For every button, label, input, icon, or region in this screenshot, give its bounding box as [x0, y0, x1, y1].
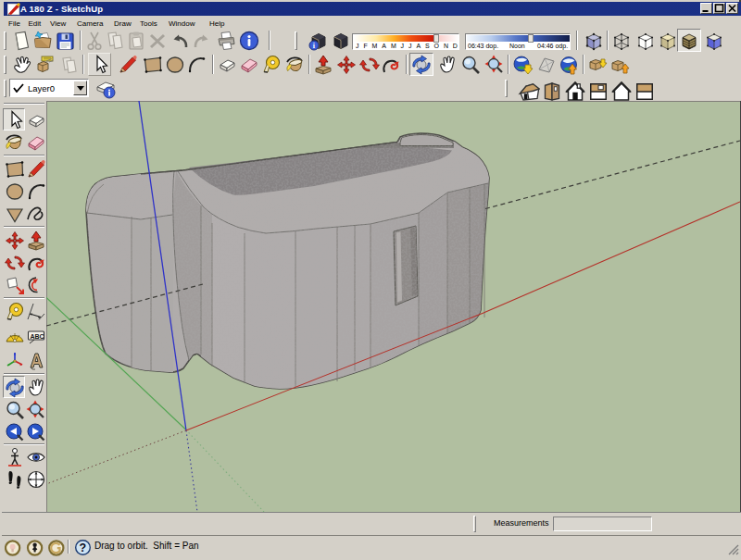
svg-text:?: ?	[80, 541, 87, 554]
